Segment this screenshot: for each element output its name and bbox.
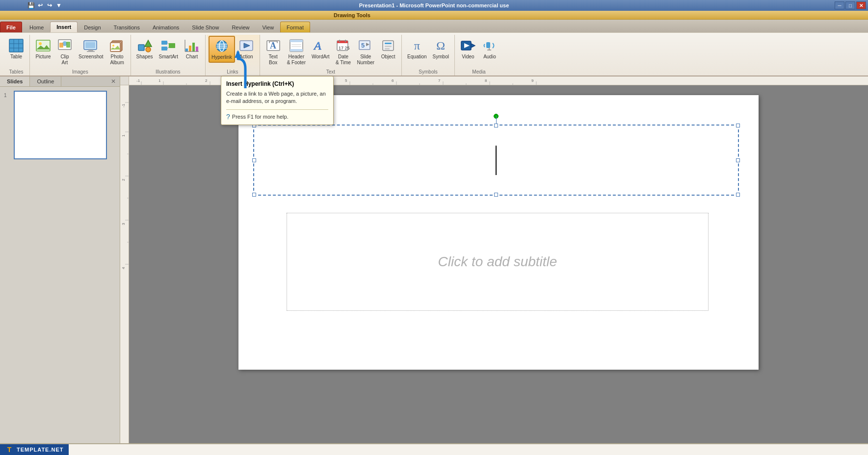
tab-slideshow[interactable]: Slide Show: [185, 22, 225, 32]
date-time-icon: 17 25: [336, 38, 351, 53]
object-button[interactable]: Object: [378, 36, 398, 62]
textbox-label: TextBox: [268, 54, 277, 66]
title-text-box[interactable]: [253, 125, 739, 196]
svg-text:8: 8: [485, 78, 487, 83]
tab-home[interactable]: Home: [23, 22, 50, 32]
svg-rect-53: [337, 42, 348, 43]
handle-mt[interactable]: [494, 124, 498, 127]
tab-review[interactable]: Review: [225, 22, 256, 32]
svg-point-6: [39, 42, 42, 45]
handle-tr[interactable]: [736, 124, 740, 127]
svg-rect-55: [339, 40, 340, 42]
slide-panel: 1: [0, 87, 120, 443]
svg-rect-9: [59, 43, 63, 48]
save-icon[interactable]: 💾: [27, 1, 35, 9]
action-button[interactable]: Action: [236, 36, 257, 62]
canvas-scroll-area[interactable]: Click to add subtitle: [129, 85, 868, 443]
picture-icon: [35, 38, 51, 53]
main-area: Slides Outline ✕ 1 -1 1 2: [0, 76, 868, 443]
ribbon-group-symbols: π Equation Ω Symbol Symbols: [403, 35, 455, 76]
textbox-button[interactable]: A TextBox: [263, 36, 284, 68]
svg-text:1: 1: [158, 78, 161, 83]
notes-area[interactable]: Click to add notes: [0, 443, 868, 455]
tab-animations[interactable]: Animations: [146, 22, 185, 32]
sidebar-close-button[interactable]: ✕: [107, 77, 120, 86]
tab-insert[interactable]: Insert: [50, 22, 78, 32]
ribbon-group-links: Hyperlink Action Links: [207, 35, 260, 76]
header-footer-label: Header& Footer: [287, 54, 306, 66]
svg-rect-10: [66, 42, 70, 48]
handle-bl[interactable]: [252, 193, 256, 197]
handle-mb[interactable]: [494, 193, 498, 197]
tab-format[interactable]: Format: [280, 22, 310, 32]
screenshot-button[interactable]: Screenshot: [76, 36, 106, 62]
shapes-button[interactable]: Shapes: [134, 36, 156, 62]
ribbon-group-text: A TextBox: [261, 35, 402, 76]
table-button[interactable]: Table: [6, 36, 26, 62]
handle-br[interactable]: [736, 193, 740, 197]
symbol-button[interactable]: Ω Symbol: [430, 36, 451, 62]
svg-rect-56: [345, 40, 346, 42]
tab-file[interactable]: File: [0, 22, 22, 32]
smartart-button[interactable]: SmartArt: [157, 36, 181, 62]
svg-text:-1: -1: [136, 78, 140, 83]
slide-number-button[interactable]: 5 ▶ SlideNumber: [355, 36, 377, 68]
undo-icon[interactable]: ↩: [36, 1, 44, 9]
slide-thumbnail[interactable]: [14, 91, 107, 159]
customize-icon[interactable]: ▼: [55, 1, 63, 9]
picture-button[interactable]: Picture: [33, 36, 53, 62]
handle-ml[interactable]: [252, 158, 256, 162]
smartart-icon: [160, 38, 176, 53]
tab-design[interactable]: Design: [78, 22, 107, 32]
svg-text:5: 5: [345, 78, 347, 83]
tables-buttons: Table: [6, 35, 26, 68]
svg-rect-30: [196, 47, 198, 51]
video-button[interactable]: Video: [458, 36, 478, 62]
brand-logo-icon: T: [5, 445, 14, 454]
wordart-button[interactable]: A WordArt: [309, 36, 332, 62]
date-time-button[interactable]: 17 25 Date& Time: [333, 36, 354, 68]
media-group-label: Media: [458, 69, 500, 76]
svg-text:2: 2: [121, 178, 126, 181]
video-icon: [460, 38, 476, 53]
object-icon: [380, 38, 396, 53]
equation-button[interactable]: π Equation: [405, 36, 429, 62]
close-button[interactable]: ✕: [856, 1, 866, 9]
tab-transitions[interactable]: Transitions: [107, 22, 146, 32]
svg-rect-67: [486, 42, 490, 48]
drawing-tools-bar: Drawing Tools: [0, 11, 868, 20]
slide-canvas[interactable]: Click to add subtitle: [238, 95, 759, 370]
canvas-ruler-body: -1 1 2 3 4: [120, 85, 868, 443]
media-buttons: Video Audio: [458, 35, 500, 68]
svg-rect-46: [290, 40, 303, 42]
tooltip-help: ? Press F1 for more help.: [226, 109, 328, 121]
sidebar-tab-slides[interactable]: Slides: [0, 76, 30, 86]
maximize-button[interactable]: □: [845, 1, 855, 9]
subtitle-text-box[interactable]: Click to add subtitle: [287, 213, 709, 311]
ruler-corner: [120, 76, 129, 85]
sidebar-tab-outline[interactable]: Outline: [30, 76, 61, 86]
text-cursor: [496, 146, 497, 175]
clip-art-button[interactable]: ClipArt: [54, 36, 75, 68]
symbols-buttons: π Equation Ω Symbol: [405, 35, 451, 68]
svg-rect-61: [385, 43, 392, 44]
redo-icon[interactable]: ↪: [46, 1, 53, 9]
svg-rect-0: [9, 39, 23, 52]
branding-footer: T TEMPLATE.NET: [0, 444, 69, 455]
hyperlink-button[interactable]: Hyperlink: [209, 36, 235, 63]
window-controls: ─ □ ✕: [835, 1, 866, 9]
photo-album-label: PhotoAlbum: [110, 54, 124, 66]
photo-album-button[interactable]: PhotoAlbum: [107, 36, 128, 68]
handle-mr[interactable]: [736, 158, 740, 162]
illustrations-buttons: Shapes SmartArt: [134, 35, 202, 68]
tab-view[interactable]: View: [256, 22, 280, 32]
svg-point-18: [112, 45, 114, 47]
chart-button[interactable]: Chart: [182, 36, 202, 62]
svg-text:9: 9: [531, 78, 534, 83]
header-footer-button[interactable]: Header& Footer: [285, 36, 308, 68]
minimize-button[interactable]: ─: [835, 1, 844, 9]
audio-button[interactable]: Audio: [479, 36, 500, 62]
slide-thumb-container: 1: [4, 91, 116, 159]
quick-access-toolbar: 💾 ↩ ↪ ▼: [27, 1, 63, 9]
audio-label: Audio: [483, 54, 496, 60]
